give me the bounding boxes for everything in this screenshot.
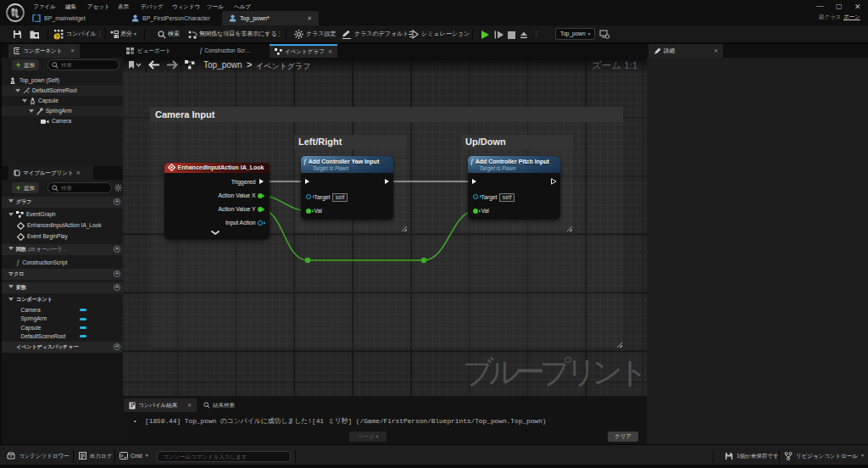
svg-text:?: ?	[55, 34, 58, 40]
